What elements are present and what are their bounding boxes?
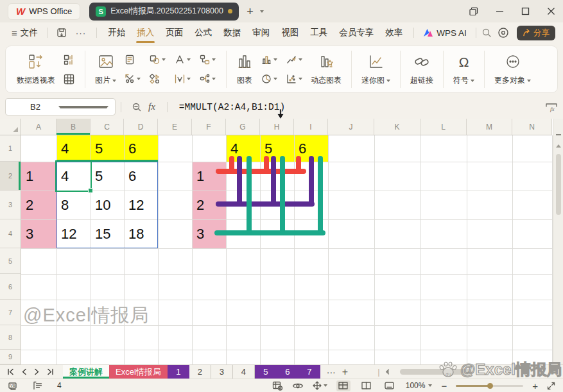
document-object-button[interactable] <box>123 52 143 67</box>
zoom-slider-thumb[interactable] <box>487 383 493 389</box>
sheet-tab-Excel情报局[interactable]: Excel情报局 <box>109 365 168 379</box>
first-sheet-button[interactable] <box>7 368 14 375</box>
column-header-H[interactable]: H <box>260 119 294 135</box>
select-all-corner[interactable] <box>0 119 21 135</box>
fill-handle[interactable] <box>88 188 93 193</box>
mindmap-button[interactable] <box>198 71 218 87</box>
vertical-scrollbar[interactable] <box>553 119 563 364</box>
zoom-level[interactable]: 100% <box>406 381 426 390</box>
picture-button[interactable]: 图片 <box>91 51 120 87</box>
split-view-button[interactable] <box>359 380 374 391</box>
cell-C3[interactable]: 10 <box>91 191 124 219</box>
normal-view-button[interactable] <box>336 380 351 391</box>
chevron-down-icon[interactable] <box>428 384 432 387</box>
cell-A4[interactable]: 3 <box>21 219 56 248</box>
row-header-9[interactable]: 9 <box>0 350 21 364</box>
cell-B1[interactable]: 4 <box>56 135 91 162</box>
app-home-button[interactable]: W WPS Office <box>8 3 80 20</box>
last-sheet-button[interactable] <box>47 368 54 375</box>
column-header-M[interactable]: M <box>467 119 512 135</box>
sheet-tab-3[interactable]: 3 <box>211 365 233 379</box>
more-commands-button[interactable]: ··· <box>76 28 87 38</box>
row-header-2[interactable]: 2 <box>0 162 21 191</box>
column-header-N[interactable]: N <box>512 119 552 135</box>
symbol-button[interactable]: Ω 符号 <box>449 51 478 87</box>
column-header-B[interactable]: B <box>56 119 91 135</box>
move-tool-icon[interactable] <box>313 381 327 390</box>
outline-view-icon[interactable] <box>33 381 43 390</box>
sheet-tab-4[interactable]: 4 <box>233 365 255 379</box>
menu-tab-10[interactable]: 效率 <box>379 27 408 38</box>
row-header-4[interactable]: 4 <box>0 219 21 248</box>
sheet-tab-1[interactable]: 1 <box>168 365 189 379</box>
sheet-tab-案例讲解[interactable]: 案例讲解 <box>63 365 109 379</box>
table-button[interactable] <box>62 71 76 87</box>
horizontal-scrollbar-thumb[interactable] <box>400 369 472 375</box>
column-header-D[interactable]: D <box>124 119 158 135</box>
cell-B2[interactable]: 4 <box>56 162 91 191</box>
scatter-chart-button[interactable] <box>284 71 304 87</box>
zoom-slider[interactable] <box>456 385 523 387</box>
dynamic-chart-button[interactable]: 动态图表 <box>307 51 345 87</box>
pie-chart-button[interactable] <box>259 71 279 87</box>
cell-C1[interactable]: 5 <box>91 135 124 162</box>
cell-B3[interactable]: 8 <box>56 191 91 219</box>
cell-F3[interactable]: 2 <box>192 191 226 219</box>
menu-tab-7[interactable]: 视图 <box>275 27 304 38</box>
add-sheet-button[interactable]: + <box>342 366 348 378</box>
column-header-G[interactable]: G <box>226 119 260 135</box>
fx-label[interactable]: fx <box>148 101 155 112</box>
close-button[interactable] <box>547 7 555 15</box>
row-header-8[interactable]: 8 <box>0 325 21 350</box>
column-header-F[interactable]: F <box>192 119 226 135</box>
menu-tab-1[interactable]: 开始 <box>102 27 131 38</box>
cell-D1[interactable]: 6 <box>124 135 158 162</box>
hyperlink-button[interactable]: 超链接 <box>406 51 437 87</box>
cell-C2[interactable]: 5 <box>91 162 124 191</box>
theme-skin-icon[interactable] <box>498 27 509 38</box>
wordart-button[interactable] <box>173 52 193 67</box>
column-header-C[interactable]: C <box>91 119 124 135</box>
collapse-icon[interactable] <box>556 134 561 135</box>
menu-tab-2[interactable]: 插入 <box>131 27 160 38</box>
column-header-K[interactable]: K <box>374 119 420 135</box>
menu-tab-4[interactable]: 公式 <box>189 27 218 38</box>
icon-library-button[interactable] <box>148 71 168 87</box>
column-header-L[interactable]: L <box>420 119 467 135</box>
line-chart-button[interactable] <box>284 52 304 67</box>
sheet-tab-5[interactable]: 5 <box>255 365 277 379</box>
new-tab-button[interactable]: + <box>247 6 254 17</box>
file-menu[interactable]: ≡ 文件 <box>8 27 42 38</box>
scroll-up-arrow-icon[interactable] <box>556 144 561 148</box>
menu-tab-6[interactable]: 审阅 <box>247 27 275 38</box>
cell-G1[interactable]: 4 <box>226 135 260 162</box>
cell-D4[interactable]: 18 <box>124 219 158 248</box>
flowchart-button[interactable] <box>198 52 218 67</box>
zoom-in-button[interactable]: + <box>532 380 538 391</box>
grid-settings-icon[interactable] <box>272 381 283 391</box>
sheet-tab-2[interactable]: 2 <box>189 365 211 379</box>
page-layout-view-button[interactable] <box>383 380 397 391</box>
row-header-3[interactable]: 3 <box>0 191 21 219</box>
minimize-button[interactable] <box>496 7 504 15</box>
name-box[interactable]: B2 <box>5 98 116 115</box>
column-header-E[interactable]: E <box>158 119 192 135</box>
cell-I1[interactable]: 6 <box>294 135 328 162</box>
chart-button[interactable]: 图表 <box>232 51 257 87</box>
column-chart-button[interactable] <box>259 52 279 67</box>
tab-list-chevron-icon[interactable] <box>260 10 264 13</box>
row-header-1[interactable]: 1 <box>0 135 21 162</box>
pivot-chart-button[interactable] <box>62 52 76 67</box>
cell-D2[interactable]: 6 <box>124 162 158 191</box>
sparkline-button[interactable]: 迷你图 <box>358 51 394 87</box>
more-sheets-button[interactable]: ··· <box>327 367 336 377</box>
row-header-5[interactable]: 5 <box>0 248 21 274</box>
column-header-J[interactable]: J <box>328 119 374 135</box>
next-sheet-button[interactable] <box>34 368 40 375</box>
menu-tab-5[interactable]: 数据 <box>218 27 247 38</box>
previous-sheet-button[interactable] <box>21 368 27 375</box>
share-button[interactable]: 分享 <box>517 26 555 40</box>
vertical-scrollbar-thumb[interactable] <box>556 154 561 215</box>
fullscreen-icon[interactable] <box>547 382 555 390</box>
document-tab[interactable]: S Excel情报局.20250225170800013 <box>89 3 239 21</box>
